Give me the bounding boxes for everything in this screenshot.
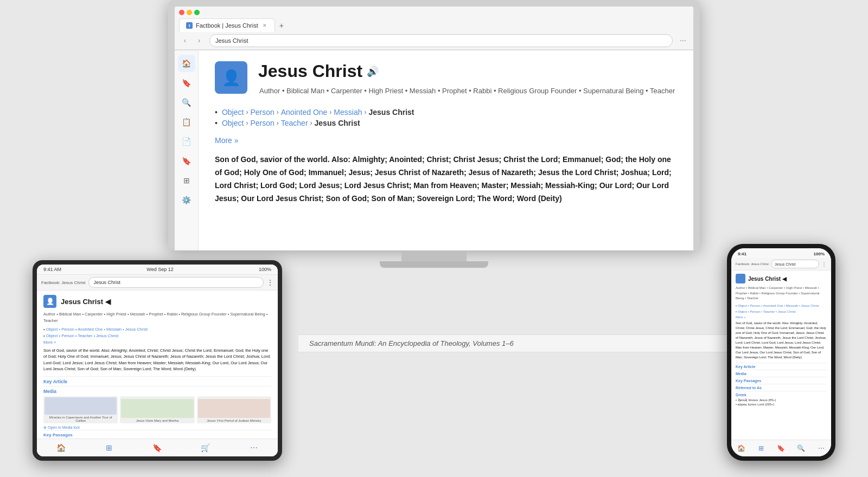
bc-arrow-7: › (310, 119, 312, 127)
monitor-stand (401, 250, 467, 261)
bc-current-2: Jesus Christ (315, 119, 360, 127)
avatar: 👤 (215, 61, 247, 94)
tablet-media-header[interactable]: Media (43, 386, 271, 394)
citation-bar: Sacramentum Mundi: An Encyclopedia of Th… (298, 334, 743, 352)
tablet-open-media-link[interactable]: ⊕ Open in Media tool (43, 426, 271, 430)
tab-favicon-icon (186, 22, 193, 29)
tablet-search-input[interactable]: Jesus Christ (88, 277, 264, 288)
phone-key-passages-header[interactable]: Key Passages (736, 377, 827, 383)
phone-nav-search[interactable]: 🔍 (796, 443, 806, 453)
phone-greek-translit-1: Iēsous (749, 398, 758, 402)
address-bar: ‹ › Jesus Christ ⋯ (175, 32, 693, 50)
phone-greek-entry-1: • Ἰησοῦς Iēsous Jesus (85+) (736, 398, 827, 402)
sidebar-item-settings[interactable]: ⚙️ (178, 191, 195, 209)
phone-nav-bookmark[interactable]: 🔖 (776, 443, 786, 453)
tablet-nav-bookmark[interactable]: 🔖 (152, 442, 163, 453)
description-text: Son of God, savior of the world. Also: A… (215, 155, 672, 202)
bc-arrow-5: › (246, 119, 248, 127)
phone-nav-home[interactable]: 🏠 (736, 443, 746, 453)
phone-more-link[interactable]: More » (736, 315, 827, 319)
phone-greek-word-2[interactable]: κύριος (738, 403, 747, 406)
bc-link-messiah[interactable]: Messiah (334, 108, 362, 117)
tablet-body: 9:41 AM Wed Sep 12 100% Factbook: Jesus … (33, 260, 282, 461)
phone-key-article-header[interactable]: Key Article (736, 363, 827, 369)
phone-media-header[interactable]: Media (736, 370, 827, 376)
phone-bc-link-1[interactable]: Object • Person • Anointed One • Messiah… (738, 304, 819, 307)
tablet-browser-bar: Factbook: Jesus Christ Jesus Christ ⋮ (37, 275, 278, 291)
article-title-text: Jesus Christ (258, 61, 362, 81)
tablet-content: Jesus Christ ◀ Author • Biblical Man • C… (37, 291, 278, 439)
more-options-button[interactable]: ⋯ (677, 35, 689, 47)
tablet-nav-grid[interactable]: ⊞ (104, 442, 114, 453)
tablet-media-item-3[interactable]: Jesus: First Period of Judean Ministry (197, 396, 271, 423)
tablet-nav-more[interactable]: ⋯ (248, 442, 259, 453)
tablet-key-passages-header[interactable]: Key Passages (43, 430, 271, 437)
tablet-menu-button[interactable]: ⋮ (267, 279, 273, 286)
bc-arrow-3: › (329, 108, 331, 116)
audio-button[interactable]: 🔊 (367, 66, 379, 78)
close-button[interactable] (179, 10, 184, 15)
tab-close-button[interactable]: ✕ (261, 22, 268, 29)
minimize-button[interactable] (187, 10, 192, 15)
article-title: Jesus Christ 🔊 (258, 61, 677, 81)
more-link[interactable]: More » (215, 136, 239, 145)
tablet-bc-1: • Object • Person • Anointed One • Messi… (43, 327, 271, 332)
bc-link-anointed[interactable]: Anointed One (281, 108, 328, 117)
phone-bc-2: • Object • Person • Teacher • Jesus Chri… (736, 310, 827, 314)
tablet-avatar (43, 295, 56, 308)
phone-device: 9:41 100% Factbook: Jesus Christ Jesus C… (727, 244, 835, 461)
person-icon: 👤 (222, 69, 241, 87)
tablet-key-article-header[interactable]: Key Article (43, 376, 271, 384)
sidebar-item-home[interactable]: 🏠 (178, 55, 195, 72)
tablet-media-img-1 (44, 397, 117, 415)
back-button[interactable]: ‹ (179, 35, 191, 47)
tablet-nav-home[interactable]: 🏠 (55, 442, 66, 453)
sidebar-item-document[interactable]: 📄 (178, 133, 195, 150)
tablet-nav-cart[interactable]: 🛒 (200, 442, 211, 453)
sidebar-item-bookmark[interactable]: 🔖 (178, 74, 195, 92)
bc-arrow-2: › (277, 108, 279, 116)
browser-tab[interactable]: Factbook | Jesus Christ ✕ (179, 18, 275, 32)
tablet-media-item-1[interactable]: Miracles in Capernaum and Another Tour o… (43, 396, 118, 423)
phone-tab-label: Factbook: Jesus Christ (736, 262, 769, 266)
breadcrumb-line-2: • Object › Person › Teacher › Jesus Chri… (215, 119, 677, 127)
forward-button[interactable]: › (193, 35, 205, 47)
phone-article-header: Jesus Christ ◀ (736, 274, 827, 283)
title-bar (175, 7, 693, 18)
phone-bc-link-2[interactable]: Object • Person • Teacher • Jesus Christ (738, 310, 796, 313)
url-field[interactable]: Jesus Christ (209, 34, 673, 47)
tablet-title: Jesus Christ ◀ (61, 298, 111, 306)
phone-referred-header[interactable]: Referred to As (736, 384, 827, 390)
phone-menu-button[interactable]: ⋮ (821, 261, 827, 267)
bc-link-object-2[interactable]: Object (222, 119, 244, 127)
tablet-date: Wed Sep 12 (146, 267, 173, 272)
bc-link-object-1[interactable]: Object (222, 108, 244, 117)
bc-link-person-1[interactable]: Person (250, 108, 274, 117)
sidebar-item-search[interactable]: 🔍 (178, 94, 195, 111)
bc-link-teacher[interactable]: Teacher (281, 119, 308, 127)
tablet-bc-link-2[interactable]: Object • Person • Teacher • Jesus Christ (46, 333, 119, 338)
tablet-bc-link-1[interactable]: Object • Person • Anointed One • Messiah… (46, 327, 148, 332)
tablet-media-item-2[interactable]: Jesus Visits Mary and Martha (120, 396, 194, 423)
tablet-nav-bar: 🏠 ⊞ 🔖 🛒 ⋯ (37, 439, 278, 456)
tablet-time: 9:41 AM (43, 267, 61, 272)
tablet-tags: Author • Biblical Man • Carpenter • High… (43, 311, 271, 324)
description: Son of God, savior of the world. Also: A… (215, 153, 677, 205)
phone-greek-header[interactable]: Greek (736, 391, 827, 397)
phone-search-input[interactable]: Jesus Christ (771, 260, 819, 268)
new-tab-button[interactable]: + (276, 20, 287, 31)
maximize-button[interactable] (194, 10, 200, 15)
phone-greek-entry-2: • κύριος kyrios Lord (265+) (736, 403, 827, 406)
sidebar-item-tag[interactable]: 🔖 (178, 152, 195, 170)
sidebar-item-grid[interactable]: ⊞ (178, 172, 195, 189)
phone-greek-word-1[interactable]: Ἰησοῦς (738, 398, 748, 402)
tablet-description: Son of God, savior of the world. Also: A… (43, 347, 271, 372)
tablet-more-link[interactable]: More » (43, 340, 271, 345)
tablet-bc-2: • Object • Person • Teacher • Jesus Chri… (43, 333, 271, 338)
tablet-battery: 100% (259, 267, 271, 272)
phone-nav-grid[interactable]: ⊞ (756, 443, 766, 453)
phone-nav-more[interactable]: ⋯ (816, 443, 826, 453)
bc-link-person-2[interactable]: Person (250, 119, 274, 127)
sidebar-item-clipboard[interactable]: 📋 (178, 113, 195, 131)
traffic-lights (179, 10, 200, 15)
